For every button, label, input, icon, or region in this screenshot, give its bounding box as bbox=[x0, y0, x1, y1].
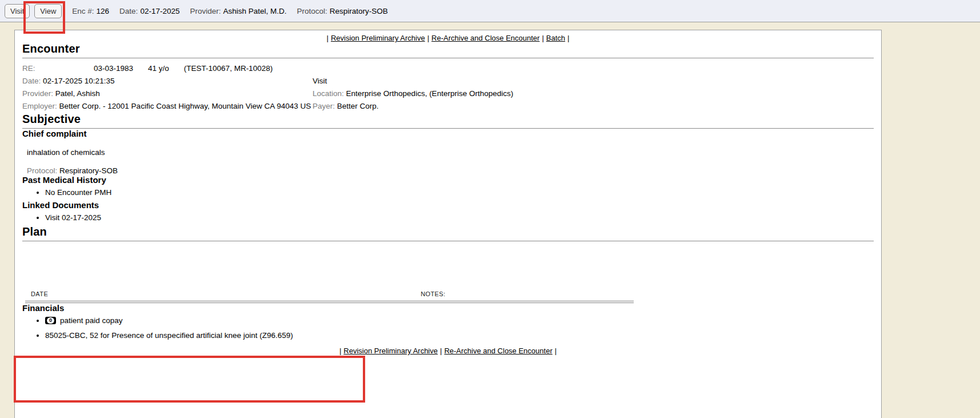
employer-value: Better Corp. - 12001 Pacific Coast Highw… bbox=[59, 102, 311, 110]
plan-notes-column-header: NOTES: bbox=[421, 290, 445, 297]
location-line: Location: Enterprise Orthopedics, (Enter… bbox=[313, 87, 874, 100]
financials-copay-text: patient paid copay bbox=[60, 316, 123, 325]
subjective-protocol-label: Protocol: bbox=[27, 166, 57, 175]
patient-re-line: RE:03-03-198341 y/o(TEST-10067, MR-10028… bbox=[22, 62, 313, 75]
visit-date-value: 02-17-2025 10:21:35 bbox=[43, 77, 114, 85]
encounter-divider bbox=[22, 58, 874, 58]
top-archive-links: |Revision Preliminary Archive|Re-Archive… bbox=[22, 34, 874, 42]
provider-value: Ashish Patel, M.D. bbox=[223, 7, 286, 15]
payer-value: Better Corp. bbox=[337, 102, 379, 110]
encounter-number-label: Enc #: bbox=[72, 7, 94, 15]
employer-line: Employer: Better Corp. - 12001 Pacific C… bbox=[22, 100, 313, 113]
provider-line: Provider: Patel, Ashish bbox=[22, 87, 313, 100]
separator: | bbox=[327, 34, 329, 42]
visit-date-line: Date: 02-17-2025 10:21:35 bbox=[22, 75, 313, 87]
plan-table-header: DATE NOTES: bbox=[25, 290, 634, 297]
encounter-number-field: Enc #:126 bbox=[72, 7, 109, 15]
plan-date-column-header: DATE bbox=[31, 290, 48, 297]
revision-preliminary-archive-link-bottom[interactable]: Revision Preliminary Archive bbox=[343, 347, 438, 355]
provider-line-label: Provider: bbox=[22, 89, 53, 98]
re-label: RE: bbox=[22, 62, 94, 75]
encounter-date-field: Date:02-17-2025 bbox=[119, 7, 179, 15]
past-medical-history-list: No Encounter PMH bbox=[22, 188, 874, 197]
chief-complaint-text: inhalation of chemicals bbox=[27, 148, 874, 157]
visit-date-label: Date: bbox=[22, 77, 41, 85]
linked-documents-list: Visit 02-17-2025 bbox=[22, 213, 874, 222]
batch-link[interactable]: Batch bbox=[546, 34, 565, 42]
copay-coin-icon: 0 bbox=[45, 317, 56, 324]
revision-preliminary-archive-link-top[interactable]: Revision Preliminary Archive bbox=[331, 34, 425, 42]
visit-type: Visit bbox=[313, 75, 874, 87]
plan-table: DATE NOTES: bbox=[25, 290, 634, 303]
patient-dob: 03-03-1983 bbox=[94, 64, 133, 73]
subjective-protocol-value: Respiratory-SOB bbox=[59, 166, 118, 175]
rearchive-close-encounter-link-top[interactable]: Re-Archive and Close Encounter bbox=[431, 34, 539, 42]
bottom-archive-links: |Revision Preliminary Archive|Re-Archive… bbox=[22, 347, 874, 355]
plan-section-heading: Plan bbox=[22, 225, 874, 238]
protocol-label: Protocol: bbox=[297, 7, 327, 15]
payer-label: Payer: bbox=[313, 102, 335, 110]
past-medical-history-heading: Past Medical History bbox=[22, 175, 874, 185]
financials-heading: Financials bbox=[22, 303, 874, 313]
visit-tab-button[interactable]: Visit bbox=[5, 4, 30, 18]
encounter-document-panel: |Revision Preliminary Archive|Re-Archive… bbox=[14, 30, 882, 418]
rearchive-close-encounter-link-bottom[interactable]: Re-Archive and Close Encounter bbox=[444, 347, 552, 355]
location-label: Location: bbox=[313, 89, 344, 98]
encounter-date-value: 02-17-2025 bbox=[140, 7, 179, 15]
grid-spacer bbox=[313, 62, 874, 75]
linked-documents-heading: Linked Documents bbox=[22, 200, 874, 210]
separator: | bbox=[542, 34, 543, 42]
protocol-field: Protocol:Respiratory-SOB bbox=[297, 7, 388, 15]
separator: | bbox=[555, 347, 557, 355]
financials-charge-item: 85025-CBC, 52 for Presence of unspecifie… bbox=[45, 331, 874, 340]
provider-field: Provider:Ashish Patel, M.D. bbox=[190, 7, 286, 15]
separator: | bbox=[339, 347, 341, 355]
plan-divider bbox=[22, 241, 874, 241]
protocol-value: Respiratory-SOB bbox=[330, 7, 388, 15]
employer-label: Employer: bbox=[22, 102, 57, 110]
view-tab-button[interactable]: View bbox=[34, 4, 62, 18]
top-toolbar: Visit View Enc #:126 Date:02-17-2025 Pro… bbox=[0, 0, 980, 22]
subjective-section-heading: Subjective bbox=[22, 113, 874, 126]
chief-complaint-heading: Chief complaint bbox=[22, 129, 874, 138]
encounter-details-grid: RE:03-03-198341 y/o(TEST-10067, MR-10028… bbox=[22, 62, 874, 113]
encounter-section-heading: Encounter bbox=[22, 42, 874, 55]
provider-line-value: Patel, Ashish bbox=[55, 89, 100, 98]
separator: | bbox=[427, 34, 429, 42]
separator: | bbox=[440, 347, 442, 355]
payer-line: Payer: Better Corp. bbox=[313, 100, 874, 113]
subjective-protocol-line: Protocol: Respiratory-SOB bbox=[27, 166, 874, 175]
patient-ids: (TEST-10067, MR-10028) bbox=[184, 64, 273, 73]
financials-copay-item: 0patient paid copay bbox=[45, 316, 874, 325]
provider-label: Provider: bbox=[190, 7, 221, 15]
linked-document-item: Visit 02-17-2025 bbox=[45, 213, 874, 222]
location-value: Enterprise Orthopedics, (Enterprise Orth… bbox=[346, 89, 514, 98]
encounter-number-value: 126 bbox=[97, 7, 110, 15]
separator: | bbox=[567, 34, 569, 42]
encounter-date-label: Date: bbox=[119, 7, 138, 15]
patient-age: 41 y/o bbox=[148, 64, 169, 73]
pmh-item: No Encounter PMH bbox=[45, 188, 874, 197]
financials-list: 0patient paid copay 85025-CBC, 52 for Pr… bbox=[22, 316, 874, 340]
